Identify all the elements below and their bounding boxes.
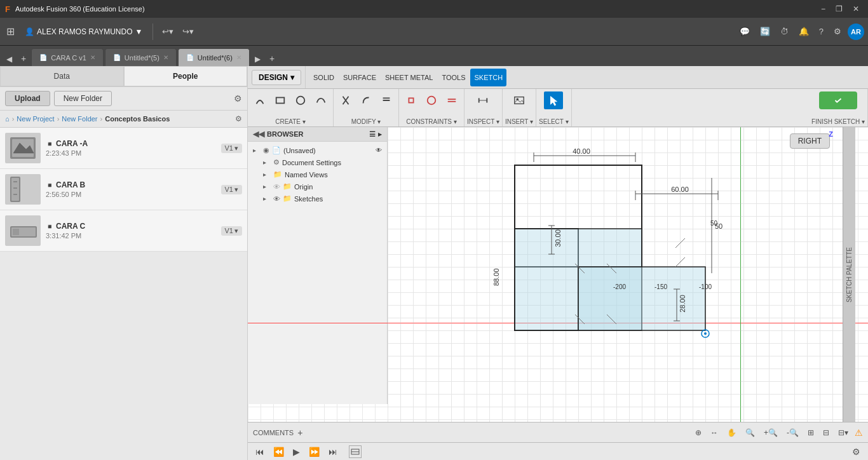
minimize-button[interactable]: − [817,3,829,15]
panel-tab-bar: Data People [0,66,247,87]
sheet-metal-tab[interactable]: SHEET METAL [381,69,437,86]
community-button[interactable]: 🔔 [795,24,813,39]
scissors-tool-button[interactable] [336,91,355,109]
upload-button[interactable]: Upload [5,91,50,106]
coincident-tool-button[interactable] [402,91,421,109]
offset-tool-button[interactable] [377,91,396,109]
solid-tab[interactable]: SOLID [309,69,338,86]
fillet-tool-button[interactable] [356,91,376,109]
file-version-cara-b[interactable]: V1 ▾ [221,185,242,194]
display-settings-button[interactable]: ⊟ [820,427,832,438]
sketch-tab[interactable]: SKETCH [470,69,506,86]
grid-toggle-button[interactable]: ⊞ [805,427,817,438]
settings-button[interactable]: ⚙ [830,24,845,39]
arc-tool-button[interactable] [250,91,269,109]
file-item-cara-b[interactable]: ◾ CARA B 2:56:50 PM V1 ▾ [0,169,247,210]
tabs-overflow-button[interactable]: ◀ [3,52,16,66]
design-menu-button[interactable]: DESIGN ▾ [252,70,301,85]
people-tab[interactable]: People [124,66,248,86]
parallel-tool-button[interactable] [422,91,441,109]
browser-named-views[interactable]: ▸ 📁 Named Views [248,168,387,180]
browser-sketches[interactable]: ▸ 👁 📁 Sketches [248,193,387,205]
help-button[interactable]: ? [815,24,827,39]
breadcrumb-folder[interactable]: New Folder [62,115,97,123]
user-menu[interactable]: 👤 ALEX RAMOS RAYMUNDO ▼ [20,25,147,39]
orbit-button[interactable]: ✋ [724,427,739,438]
file-time-cara-a: 2:23:43 PM [46,149,216,157]
nav-button[interactable]: ⊕ [693,427,704,438]
folder-icon-origin: 📁 [283,182,292,191]
tab-close-cara-c[interactable]: ✕ [90,54,95,61]
browser-document-settings[interactable]: ▸ ⚙ Document Settings [248,156,387,168]
tabs-bar: ◀ + 📄 CARA C v1 ✕ 📄 Untitled*(5) ✕ 📄 Unt… [0,46,868,66]
unsaved-eye-icon[interactable]: 👁 [376,147,382,154]
grid-icon[interactable]: ⊞ [4,23,17,40]
browser-menu-icon[interactable]: ☰ [369,130,376,139]
jobs-button[interactable]: ⏱ [776,24,792,39]
breadcrumb-settings-icon[interactable]: ⚙ [235,114,242,123]
view-cube[interactable]: RIGHT [790,133,830,149]
tab-cara-c-v1[interactable]: 📄 CARA C v1 ✕ [31,48,104,66]
add-comment-button[interactable]: + [297,428,302,438]
close-button[interactable]: ✕ [849,3,863,15]
undo-button[interactable]: ↩ ▾ [158,25,177,38]
inspect-label: INSPECT ▾ [467,117,499,126]
notifications-button[interactable]: 💬 [736,24,754,39]
tab-close-untitled5[interactable]: ✕ [163,54,168,61]
surface-tab[interactable]: SURFACE [339,69,380,86]
user-icon: 👤 [25,27,34,36]
file-item-cara-c[interactable]: ◾ CARA C 3:31:42 PM V1 ▾ [0,210,247,252]
data-tab[interactable]: Data [0,66,124,86]
canvas-area[interactable]: ◀◀ BROWSER ☰ ▸ ▸ ◉ 📄 (Unsaved) 👁 ▸ [248,127,868,442]
tab-untitled-6[interactable]: 📄 Untitled*(6) ✕ [178,48,250,66]
browser-collapse-right[interactable]: ▸ [378,130,382,139]
curve-tool-button[interactable] [311,91,330,109]
avatar[interactable]: AR [848,24,864,40]
view-menu-button[interactable]: ⊟▾ [836,427,851,438]
main-content: Data People Upload New Folder ⚙ ⌂ › New … [0,66,868,460]
visibility-icon-unsaved: ◉ [263,146,269,154]
zoom-out-button[interactable]: -🔍 [784,427,801,438]
select-tool-button[interactable] [544,91,563,109]
add-tab-button[interactable]: + [264,51,280,66]
redo-button[interactable]: ↪ ▾ [179,25,198,38]
modify-arrow: ▾ [377,118,381,125]
finish-sketch-button[interactable] [819,91,857,109]
file-item-cara-a[interactable]: ◾ CARA -A 2:23:43 PM V1 ▾ [0,128,247,169]
tab-icon-untitled5: 📄 [113,54,121,61]
tools-tab[interactable]: TOOLS [438,69,469,86]
maximize-button[interactable]: ❐ [832,3,846,15]
new-tab-button[interactable]: + [16,51,31,66]
next-end-button[interactable]: ⏭ [326,445,340,458]
browser-collapse-left[interactable]: ◀◀ [253,130,264,139]
unsaved-icon: 📄 [272,146,281,154]
tabs-right-overflow-button[interactable]: ▶ [251,52,264,66]
zoom-fit-button[interactable]: 🔍 [743,427,757,438]
insert-image-button[interactable] [510,91,529,109]
measure-tool-button[interactable] [473,91,492,109]
rect-tool-button[interactable] [271,91,290,109]
prev-start-button[interactable]: ⏮ [253,445,267,458]
equal-tool-button[interactable] [442,91,461,109]
play-button[interactable]: ▶ [290,445,302,458]
file-version-cara-a[interactable]: V1 ▾ [221,144,242,153]
browser-unsaved[interactable]: ▸ ◉ 📄 (Unsaved) 👁 [248,144,387,156]
prev-button[interactable]: ⏪ [271,445,287,458]
version-arrow-cara-a: ▾ [234,144,238,152]
new-folder-button[interactable]: New Folder [54,91,112,106]
breadcrumb-home[interactable]: ⌂ [5,115,10,123]
pan-button[interactable]: ↔ [708,427,721,438]
browser-origin[interactable]: ▸ 👁 📁 Origin [248,180,387,193]
breadcrumb-project[interactable]: New Project [17,115,54,123]
next-button[interactable]: ⏩ [306,445,322,458]
tab-close-untitled6[interactable]: ✕ [236,54,241,61]
file-version-cara-c[interactable]: V1 ▾ [221,226,242,236]
svg-text:50: 50 [710,220,718,227]
online-status-button[interactable]: 🔄 [756,24,774,39]
zoom-in-button[interactable]: +🔍 [761,427,780,438]
timeline-settings-button[interactable]: ⚙ [850,445,863,458]
panel-settings-icon[interactable]: ⚙ [234,93,242,104]
tab-untitled-5[interactable]: 📄 Untitled*(5) ✕ [105,48,177,66]
app-title: Autodesk Fusion 360 (Education License) [15,5,812,13]
circle-tool-button[interactable] [291,91,310,109]
